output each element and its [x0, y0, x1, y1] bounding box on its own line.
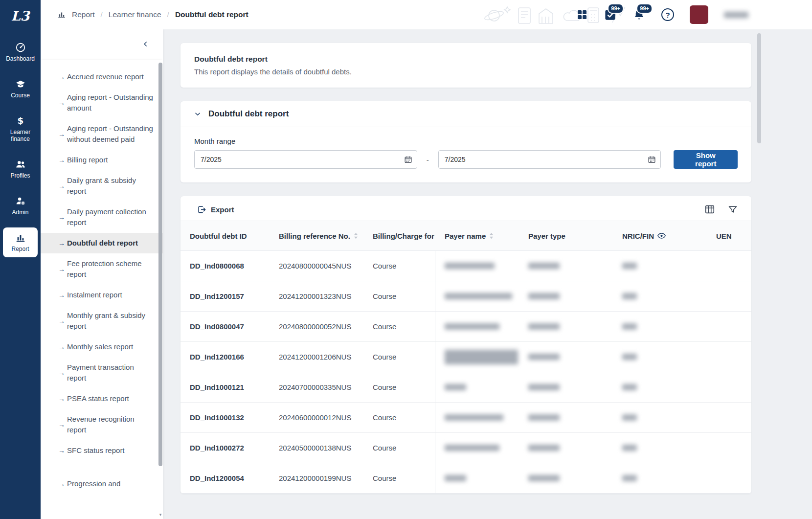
column-header[interactable]: Billing reference No.: [270, 221, 363, 250]
user-name-redacted: [724, 12, 748, 18]
breadcrumb-item[interactable]: Report: [72, 10, 95, 19]
cell-payer-name: [435, 463, 519, 493]
report-nav-item[interactable]: → Instalment report: [41, 285, 163, 305]
arrow-right-icon: →: [58, 71, 65, 82]
scroll-down-icon[interactable]: ▾: [158, 512, 162, 517]
report-nav-item[interactable]: → PSEA status report: [41, 388, 163, 409]
cell-doubtful-debt-id: DD_Ind0800047: [180, 312, 270, 341]
table-row[interactable]: DD_Ind1000272 20240500000138NUS Course: [180, 433, 751, 463]
report-nav-item[interactable]: → Monthly grant & subsidy report: [41, 305, 163, 337]
cell-nric-fin: [613, 342, 707, 372]
content-row: → Accrued revenue report → Aging report …: [41, 29, 812, 519]
report-nav-item[interactable]: → Progression and: [41, 474, 163, 494]
report-nav-item[interactable]: → Aging report - Outstanding amount: [41, 87, 163, 118]
report-nav-item[interactable]: → Fee protection scheme report: [41, 253, 163, 285]
help-icon[interactable]: ?: [661, 8, 674, 21]
redacted-payer-name: [445, 475, 466, 481]
app-logo-text: L3: [11, 8, 30, 23]
report-nav-item[interactable]: → Daily payment collection report: [41, 202, 163, 233]
report-nav-item[interactable]: → Aging report - Outstanding without dee…: [41, 118, 163, 150]
column-settings-icon[interactable]: [704, 204, 715, 215]
sidebar-item-course[interactable]: Course: [3, 74, 38, 104]
column-header[interactable]: Payer name: [435, 221, 519, 250]
column-header[interactable]: Payer type: [519, 221, 613, 250]
redacted-nric-fin: [622, 475, 637, 481]
cell-billing-charge-for: Course: [363, 372, 435, 402]
tasks-badge: 99+: [608, 3, 624, 14]
report-nav-item[interactable]: → Accrued revenue report: [41, 67, 163, 87]
table-row[interactable]: DD_Ind0800047 20240800000052NUS Course: [180, 312, 751, 342]
sort-icon[interactable]: [489, 232, 494, 239]
cell-payer-name: [435, 433, 519, 463]
month-to-input[interactable]: [438, 150, 661, 169]
redacted-payer-name: [445, 350, 518, 364]
table-card: Export Doubtful debt ID: [180, 196, 751, 494]
cell-billing-charge-for: Course: [363, 463, 435, 493]
apps-grid-icon[interactable]: [576, 9, 588, 21]
admin-icon: [15, 196, 26, 206]
primary-sidebar: L3 Dashboard Course $ Learner finance Pr…: [0, 0, 41, 519]
report-nav-item[interactable]: → Payment transaction report: [41, 357, 163, 388]
table-row[interactable]: DD_Ind1000121 20240700000335NUS Course: [180, 372, 751, 403]
cell-billing-charge-for: Course: [363, 251, 435, 281]
user-avatar[interactable]: [690, 5, 708, 24]
export-label: Export: [211, 205, 234, 214]
arrow-right-icon: →: [58, 238, 65, 248]
help-question-glyph: ?: [661, 8, 674, 21]
cell-payer-type: [519, 251, 613, 281]
learner-finance-icon: $: [15, 115, 26, 126]
app-logo[interactable]: L3: [0, 0, 41, 31]
chevron-down-icon: [194, 111, 201, 117]
dashboard-icon: [15, 42, 26, 53]
breadcrumb-item[interactable]: Learner finance: [109, 10, 161, 19]
table-header-row: Doubtful debt ID Billing reference No. B…: [180, 221, 751, 251]
filter-icon[interactable]: [728, 204, 738, 214]
report-nav-item[interactable]: → SFC status report: [41, 440, 163, 461]
sidebar-item-dashboard[interactable]: Dashboard: [3, 37, 38, 67]
sidebar-item-learner-finance[interactable]: $ Learner finance: [3, 111, 38, 147]
main-content: Doubtful debt report This report display…: [163, 29, 812, 519]
redacted-payer-name: [445, 263, 495, 269]
table-row[interactable]: DD_Ind1200157 20241200001323NUS Course: [180, 281, 751, 312]
sort-icon[interactable]: [354, 232, 358, 239]
month-range-row: - Show report: [194, 150, 738, 169]
redacted-nric-fin: [622, 263, 637, 269]
notifications-bell-icon[interactable]: 99+: [632, 8, 646, 22]
collapse-panel-button[interactable]: [140, 39, 151, 49]
eye-icon[interactable]: [657, 233, 666, 239]
page-scrollbar-thumb[interactable]: [757, 33, 761, 143]
sidebar-item-report[interactable]: Report: [3, 227, 38, 257]
report-nav-scrollbar[interactable]: ▾: [158, 62, 162, 510]
sidebar-item-profiles[interactable]: Profiles: [3, 154, 38, 184]
page-scrollbar[interactable]: [757, 33, 761, 515]
report-nav-scrollbar-thumb[interactable]: [158, 63, 162, 466]
report-nav-item[interactable]: → Daily grant & subsidy report: [41, 170, 163, 202]
report-nav-item[interactable]: → Doubtful debt report: [41, 233, 163, 253]
filter-panel-toggle[interactable]: Doubtful debt report: [180, 101, 751, 127]
report-nav-item[interactable]: → Revenue recognition report: [41, 409, 163, 440]
export-button[interactable]: Export: [194, 204, 237, 215]
cell-nric-fin: [613, 463, 707, 493]
cell-uen: [707, 372, 751, 402]
column-header[interactable]: Doubtful debt ID: [180, 221, 270, 250]
table-row[interactable]: DD_Ind1000132 20240600000012NUS Course: [180, 403, 751, 433]
column-header[interactable]: NRIC/FIN: [613, 221, 707, 250]
filter-panel-body: Month range -: [180, 127, 751, 182]
table-row[interactable]: DD_Ind1200054 20241200000199NUS Course: [180, 463, 751, 494]
table-row[interactable]: DD_Ind1200166 20241200001206NUS Course: [180, 342, 751, 372]
column-header[interactable]: Billing/Charge for: [363, 221, 435, 250]
table-row[interactable]: DD_Ind0800068 20240800000045NUS Course: [180, 251, 751, 281]
sidebar-item-admin[interactable]: Admin: [3, 191, 38, 221]
month-from-input[interactable]: [194, 150, 417, 169]
column-header[interactable]: UEN: [707, 221, 751, 250]
redacted-payer-name: [445, 384, 466, 390]
report-nav-item[interactable]: → Billing report: [41, 150, 163, 170]
redacted-payer-name: [445, 445, 499, 451]
report-nav-item[interactable]: → Monthly sales report: [41, 337, 163, 357]
show-report-button[interactable]: Show report: [674, 150, 738, 169]
cell-billing-charge-for: Course: [363, 433, 435, 463]
profiles-icon: [15, 159, 26, 170]
cell-doubtful-debt-id: DD_Ind1000272: [180, 433, 270, 463]
redacted-nric-fin: [622, 384, 637, 390]
tasks-icon[interactable]: 99+: [604, 8, 617, 22]
